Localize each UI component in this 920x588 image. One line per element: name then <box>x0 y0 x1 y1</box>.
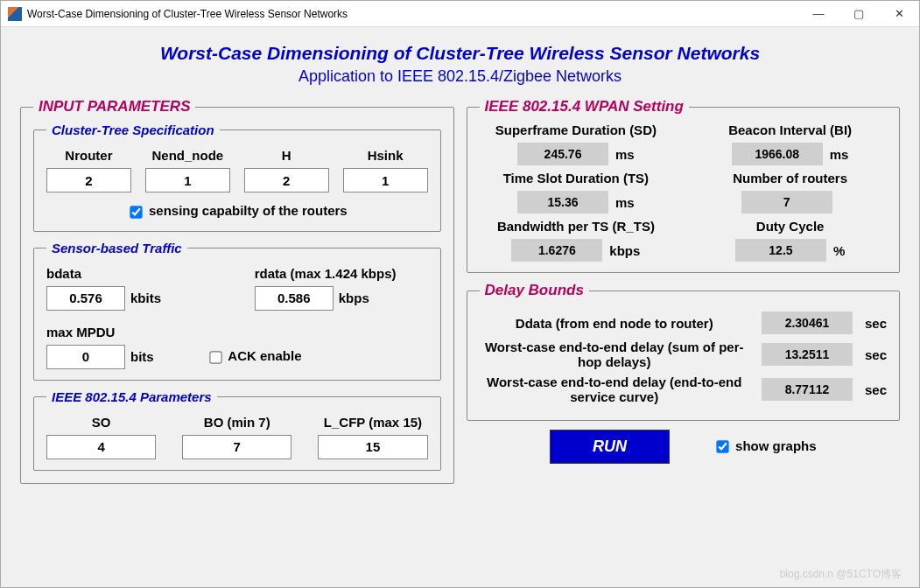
so-input[interactable] <box>46 435 156 459</box>
mpdu-unit: bits <box>130 349 154 364</box>
bo-label: BO (min 7) <box>182 415 291 430</box>
ts-unit: ms <box>615 195 635 210</box>
bi-value: 1966.08 <box>732 143 823 165</box>
lcfp-input[interactable] <box>318 435 427 459</box>
cluster-tree-group: Cluster-Tree Specification Nrouter Nend_… <box>33 122 441 232</box>
content-area: Worst-Case Dimensioning of Cluster-Tree … <box>1 27 919 587</box>
wc-e2e-value: 8.77112 <box>762 378 853 401</box>
dutycycle-value: 12.5 <box>735 239 826 262</box>
nrouter-label: Nrouter <box>46 148 131 163</box>
wc-sum-label: Worst-case end-to-end delay (sum of per-… <box>480 340 749 369</box>
minimize-button[interactable]: — <box>798 1 839 27</box>
wpan-setting-group: IEEE 802.15.4 WPAN Setting Superframe Du… <box>467 98 901 273</box>
ack-enable-label[interactable]: ACK enable <box>207 348 302 363</box>
lcfp-label: L_CFP (max 15) <box>318 415 427 430</box>
ddata-value: 2.30461 <box>762 312 853 334</box>
dutycycle-unit: % <box>833 243 845 258</box>
ts-value: 15.36 <box>517 191 608 214</box>
titlebar: Worst-Case Dimensioning of Cluster-Tree … <box>1 1 919 27</box>
bandwidth-value: 1.6276 <box>511 239 602 262</box>
input-parameters-group: INPUT PARAMETERS Cluster-Tree Specificat… <box>20 98 454 484</box>
bdata-unit: kbits <box>130 290 161 305</box>
bdata-label: bdata <box>46 266 220 281</box>
run-button[interactable]: RUN <box>550 430 670 464</box>
maximize-button[interactable]: ▢ <box>839 1 879 27</box>
show-graphs-label[interactable]: show graphs <box>713 438 817 453</box>
wpan-setting-legend: IEEE 802.15.4 WPAN Setting <box>480 98 689 116</box>
sd-unit: ms <box>615 147 635 162</box>
sd-value: 245.76 <box>517 143 608 165</box>
watermark: blog.csdn.n @51CTO博客 <box>780 567 902 582</box>
ts-label: Time Slot Duration (TS) <box>480 171 673 186</box>
window-controls: — ▢ ✕ <box>798 1 919 27</box>
app-window: Worst-Case Dimensioning of Cluster-Tree … <box>0 0 920 588</box>
bo-input[interactable] <box>182 435 291 459</box>
ack-enable-checkbox[interactable] <box>209 351 221 363</box>
h-label: H <box>244 148 329 163</box>
mpdu-input[interactable] <box>46 345 125 369</box>
rdata-input[interactable] <box>255 286 334 311</box>
sensor-traffic-group: Sensor-based Traffic bdata kbits rdata <box>33 241 441 381</box>
cluster-tree-legend: Cluster-Tree Specification <box>46 122 220 137</box>
wc-sum-value: 13.2511 <box>762 343 853 366</box>
wc-sum-unit: sec <box>865 347 887 362</box>
ddata-label: Ddata (from end node to router) <box>480 316 749 331</box>
page-title: Worst-Case Dimensioning of Cluster-Tree … <box>20 43 900 64</box>
wc-e2e-label: Worst-case end-to-end delay (end-to-end … <box>480 374 749 404</box>
nendnode-label: Nend_node <box>145 148 230 163</box>
bi-label: Beacon Interval (BI) <box>693 122 887 137</box>
matlab-icon <box>8 7 22 21</box>
input-parameters-legend: INPUT PARAMETERS <box>33 98 195 116</box>
ieee-params-legend: IEEE 802.15.4 Parameters <box>46 389 217 404</box>
sd-label: Superframe Duration (SD) <box>480 122 673 137</box>
show-graphs-checkbox[interactable] <box>716 441 728 453</box>
h-input[interactable] <box>244 168 329 192</box>
header: Worst-Case Dimensioning of Cluster-Tree … <box>20 43 900 86</box>
nrouter-input[interactable] <box>46 168 131 192</box>
ddata-unit: sec <box>865 316 887 331</box>
bdata-input[interactable] <box>46 286 125 311</box>
window-title: Worst-Case Dimensioning of Cluster-Tree … <box>27 8 798 20</box>
hsink-label: Hsink <box>343 148 428 163</box>
mpdu-label: max MPDU <box>46 325 154 340</box>
delay-bounds-group: Delay Bounds Ddata (from end node to rou… <box>467 282 901 421</box>
nrouters-label: Number of routers <box>693 171 887 186</box>
delay-bounds-legend: Delay Bounds <box>480 282 589 299</box>
sensing-capability-checkbox[interactable] <box>130 206 142 218</box>
bandwidth-label: Bandwidth per TS (R_TS) <box>480 219 673 234</box>
rdata-unit: kbps <box>339 290 369 305</box>
sensing-capability-checkbox-label[interactable]: sensing capabilty of the routers <box>127 203 348 218</box>
rdata-label: rdata (max 1.424 kbps) <box>255 266 428 281</box>
ieee-params-group: IEEE 802.15.4 Parameters SO BO (min 7) <box>33 389 441 471</box>
dutycycle-label: Duty Cycle <box>693 219 887 234</box>
nendnode-input[interactable] <box>145 168 230 192</box>
close-button[interactable]: ✕ <box>879 1 919 27</box>
so-label: SO <box>46 415 156 430</box>
nrouters-value: 7 <box>741 191 832 214</box>
page-subtitle: Application to IEEE 802.15.4/Zigbee Netw… <box>20 67 900 86</box>
hsink-input[interactable] <box>343 168 428 192</box>
bandwidth-unit: kbps <box>609 243 640 258</box>
sensor-traffic-legend: Sensor-based Traffic <box>46 241 187 256</box>
wc-e2e-unit: sec <box>865 382 887 397</box>
bi-unit: ms <box>830 147 849 162</box>
